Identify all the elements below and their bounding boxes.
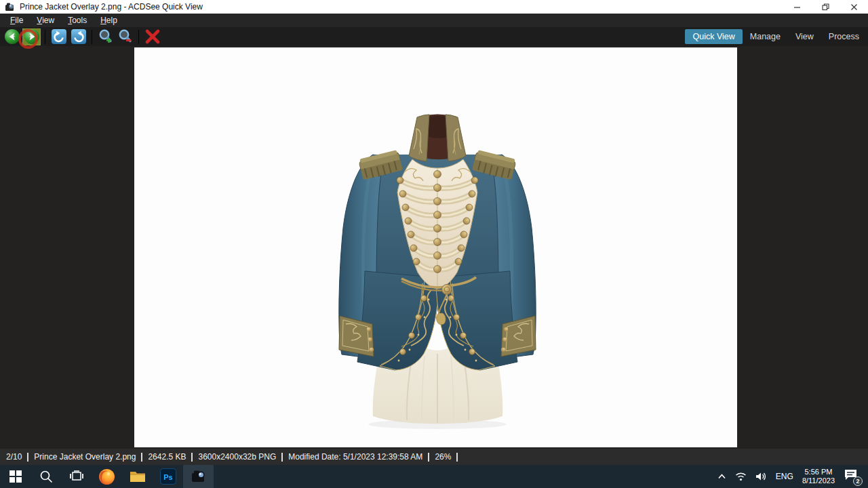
mode-quick-view[interactable]: Quick View — [685, 29, 742, 44]
status-dimensions: 3600x2400x32b PNG — [198, 452, 276, 462]
acdsee-button[interactable] — [183, 465, 214, 488]
photoshop-icon: Ps — [160, 468, 176, 485]
image-canvas — [134, 47, 737, 447]
menu-file[interactable]: File — [3, 14, 30, 26]
windows-start-icon — [9, 470, 22, 483]
close-icon — [850, 3, 858, 11]
menu-file-label: File — [10, 16, 23, 25]
title-bar: Prince Jacket Overlay 2.png - ACDSee Qui… — [0, 0, 868, 14]
rotate-cw-icon — [71, 28, 87, 45]
delete-x-icon — [144, 28, 161, 45]
status-separator — [281, 453, 283, 462]
restore-button[interactable] — [811, 0, 840, 14]
minimize-icon — [793, 3, 801, 11]
menu-view[interactable]: View — [30, 14, 61, 26]
magnifier-plus-icon — [98, 28, 114, 45]
status-separator — [428, 453, 429, 462]
search-button[interactable] — [31, 465, 61, 488]
rotate-left-button[interactable] — [50, 28, 68, 45]
wifi-icon[interactable] — [735, 472, 747, 481]
task-view-icon — [70, 470, 83, 483]
jacket-image — [134, 47, 737, 447]
rotate-right-button[interactable] — [69, 28, 87, 45]
rotate-ccw-icon — [51, 28, 67, 45]
menu-tools-label: Tools — [68, 16, 87, 25]
tray-chevron-icon[interactable] — [717, 473, 726, 480]
status-bar: 2/10 Prince Jacket Overlay 2.png 2642.5 … — [0, 449, 868, 465]
restore-icon — [822, 3, 829, 11]
clock-date: 8/11/2023 — [802, 476, 835, 485]
close-button[interactable] — [840, 0, 868, 14]
taskbar-clock[interactable]: 5:56 PM 8/11/2023 — [802, 468, 835, 485]
clock-time: 5:56 PM — [802, 468, 835, 476]
status-separator — [27, 453, 28, 462]
toolbar-separator — [45, 30, 45, 44]
delete-button[interactable] — [143, 28, 161, 45]
system-tray: ENG 5:56 PM 8/11/2023 2 — [717, 468, 868, 485]
mode-manage[interactable]: Manage — [743, 29, 788, 44]
menu-bar: File View Tools Help — [0, 14, 868, 27]
menu-tools[interactable]: Tools — [61, 14, 94, 26]
window-controls — [783, 0, 868, 14]
language-indicator[interactable]: ENG — [776, 472, 793, 481]
previous-arrow-icon — [4, 28, 20, 45]
status-modified: Modified Date: 5/1/2023 12:39:58 AM — [288, 452, 422, 462]
status-separator — [456, 453, 458, 462]
status-filesize: 2642.5 KB — [148, 452, 186, 462]
mode-view[interactable]: View — [788, 29, 821, 44]
next-arrow-icon — [24, 28, 40, 45]
mode-process[interactable]: Process — [821, 29, 867, 44]
acdsee-icon — [191, 469, 207, 484]
mode-switcher: Quick View Manage View Process — [685, 27, 868, 46]
task-view-button[interactable] — [61, 465, 92, 488]
minimize-button[interactable] — [783, 0, 811, 14]
magnifier-minus-icon — [117, 28, 134, 45]
speaker-icon[interactable] — [755, 472, 767, 481]
status-filename: Prince Jacket Overlay 2.png — [34, 452, 136, 462]
status-position: 2/10 — [6, 452, 22, 462]
menu-help[interactable]: Help — [94, 14, 124, 26]
status-separator — [191, 453, 193, 462]
status-separator — [141, 453, 142, 462]
acdsee-app-icon — [5, 2, 15, 12]
menu-help-label: Help — [100, 16, 117, 25]
folder-icon — [130, 470, 146, 483]
zoom-in-button[interactable] — [96, 28, 115, 45]
firefox-button[interactable] — [92, 465, 122, 488]
toolbar-separator — [138, 30, 139, 44]
next-image-button[interactable] — [22, 28, 41, 45]
notification-center-button[interactable]: 2 — [844, 468, 861, 485]
firefox-icon — [98, 468, 115, 485]
status-zoom: 26% — [435, 452, 451, 462]
menu-view-label: View — [37, 16, 54, 25]
taskbar: Ps ENG 5:56 PM — [0, 465, 868, 488]
notification-badge: 2 — [853, 476, 863, 486]
toolbar-separator — [92, 30, 92, 44]
file-explorer-button[interactable] — [122, 465, 153, 488]
toolbar: Quick View Manage View Process — [0, 27, 868, 46]
window-title: Prince Jacket Overlay 2.png - ACDSee Qui… — [20, 2, 203, 12]
previous-image-button[interactable] — [3, 28, 21, 45]
svg-text:Ps: Ps — [163, 473, 172, 481]
viewer-background — [0, 46, 868, 449]
start-button[interactable] — [0, 465, 31, 488]
taskbar-icons: Ps — [0, 465, 214, 488]
zoom-out-button[interactable] — [116, 28, 134, 45]
search-icon — [39, 470, 53, 483]
photoshop-button[interactable]: Ps — [153, 465, 183, 488]
